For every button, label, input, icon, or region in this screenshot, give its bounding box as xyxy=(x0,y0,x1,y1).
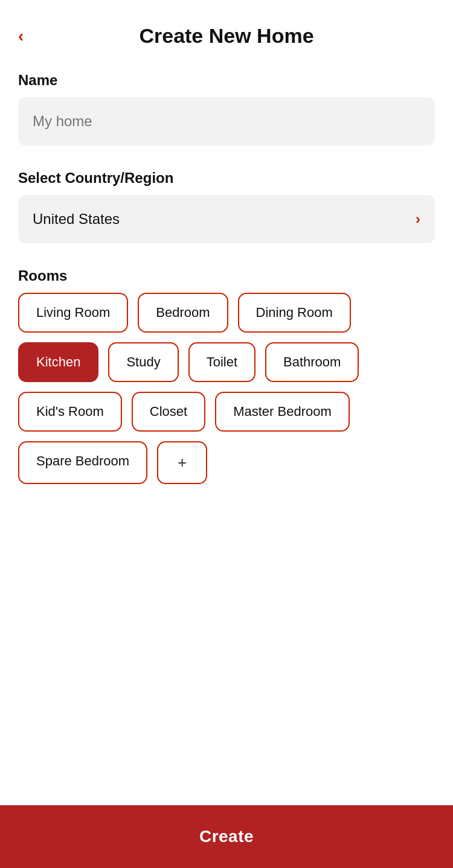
room-chip-living-room[interactable]: Living Room xyxy=(18,293,128,333)
room-chip-closet[interactable]: Closet xyxy=(132,392,205,432)
name-label: Name xyxy=(18,72,435,89)
room-chip-study[interactable]: Study xyxy=(108,342,178,382)
create-btn-container: Create xyxy=(0,805,453,868)
country-value: United States xyxy=(33,211,120,228)
create-button[interactable]: Create xyxy=(0,805,453,868)
room-chip-bedroom[interactable]: Bedroom xyxy=(138,293,228,333)
rooms-label: Rooms xyxy=(18,267,435,284)
add-room-button[interactable]: + xyxy=(157,441,207,484)
chevron-right-icon: › xyxy=(416,211,420,228)
country-label: Select Country/Region xyxy=(18,170,435,187)
page-header: ‹ Create New Home xyxy=(0,0,453,60)
rooms-section: Rooms Living Room Bedroom Dining Room Ki… xyxy=(18,267,435,484)
back-button[interactable]: ‹ xyxy=(18,28,24,45)
country-section: Select Country/Region United States › xyxy=(18,170,435,243)
room-chip-dining-room[interactable]: Dining Room xyxy=(238,293,351,333)
room-chip-kids-room[interactable]: Kid's Room xyxy=(18,392,122,432)
room-chip-master-bedroom[interactable]: Master Bedroom xyxy=(215,392,350,432)
room-chip-spare-bedroom[interactable]: Spare Bedroom xyxy=(18,441,147,484)
room-chip-bathroom[interactable]: Bathroom xyxy=(265,342,359,382)
name-section: Name xyxy=(18,72,435,145)
name-input[interactable] xyxy=(18,97,435,145)
rooms-grid: Living Room Bedroom Dining Room Kitchen … xyxy=(18,293,435,484)
main-content: Name Select Country/Region United States… xyxy=(0,60,453,581)
country-selector[interactable]: United States › xyxy=(18,195,435,243)
page-title: Create New Home xyxy=(139,24,313,48)
room-chip-toilet[interactable]: Toilet xyxy=(188,342,255,382)
room-chip-kitchen[interactable]: Kitchen xyxy=(18,342,98,382)
